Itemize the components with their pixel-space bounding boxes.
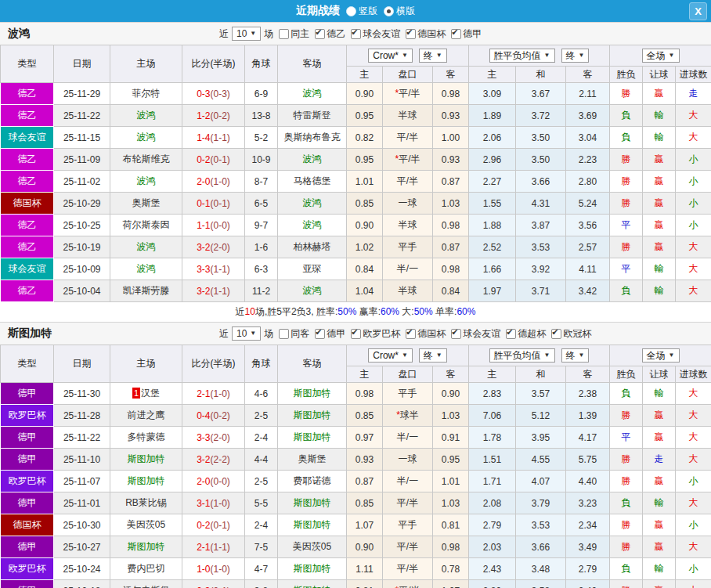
avg-away-odds: 5.24 bbox=[566, 193, 610, 215]
league-checkbox-4[interactable]: 德超杯 bbox=[500, 327, 546, 341]
avg-type-select[interactable]: 胜平负均值▼ bbox=[489, 348, 555, 363]
fulltime-score: 3-1 bbox=[197, 498, 210, 509]
result-goals: 大 bbox=[676, 405, 711, 427]
match-filters: 近10▼场同客德甲欧罗巴杯德国杯球会友谊德超杯欧冠杯 bbox=[219, 323, 591, 345]
checkbox-icon bbox=[451, 29, 461, 39]
avg-final-select[interactable]: 终▼ bbox=[561, 49, 590, 63]
league-checkbox-1[interactable]: 欧罗巴杯 bbox=[345, 327, 400, 341]
avg-draw-odds: 3.71 bbox=[516, 280, 566, 302]
handicap-home-odds: 0.84 bbox=[347, 258, 383, 280]
home-team-name: 布轮斯维克 bbox=[123, 153, 170, 164]
result-goals: 大 bbox=[676, 492, 711, 514]
odds-group-header: Crow*▼终▼ bbox=[347, 45, 469, 67]
layout-option-vertical[interactable]: 竖版 bbox=[346, 5, 377, 18]
league-checkbox-3[interactable]: 德甲 bbox=[446, 27, 482, 41]
result-handicap: 贏 bbox=[643, 427, 676, 449]
odds-final-select[interactable]: 终▼ bbox=[419, 49, 447, 63]
league-checkbox-5[interactable]: 欧冠杯 bbox=[546, 327, 591, 341]
match-date: 25-11-01 bbox=[54, 492, 110, 514]
league-checkbox-3[interactable]: 球会友谊 bbox=[446, 327, 500, 341]
result-wdl: 負 bbox=[610, 105, 643, 127]
scope-select-label: 全场 bbox=[647, 50, 666, 61]
scope-group-header: 全场▼ bbox=[610, 345, 711, 366]
result-handicap: 輸 bbox=[643, 258, 676, 280]
games-label: 场 bbox=[264, 327, 273, 341]
handicap-away-odds: 0.98 bbox=[433, 215, 469, 236]
table-row: 德国杯25-10-30美因茨050-2(0-1)2-4斯图加特1.07平手0.8… bbox=[1, 514, 711, 536]
away-team-name: 斯图加特 bbox=[294, 497, 331, 508]
close-icon[interactable]: X bbox=[689, 2, 707, 20]
result-wdl: 勝 bbox=[610, 536, 643, 558]
layout-option-vertical-label: 竖版 bbox=[359, 5, 377, 18]
corners: 4-4 bbox=[245, 449, 278, 471]
odds-final-select[interactable]: 终▼ bbox=[419, 348, 447, 363]
odds-source-select[interactable]: Crow*▼ bbox=[368, 49, 413, 63]
match-date: 25-10-19 bbox=[54, 236, 110, 258]
same-venue-checkbox[interactable]: 同客 bbox=[273, 327, 309, 341]
score: 0-3(0-1) bbox=[182, 580, 245, 588]
handicap-home-odds: 0.85 bbox=[347, 492, 383, 514]
sub-column-header: 让球 bbox=[643, 67, 676, 83]
home-team-name: RB莱比锡 bbox=[125, 497, 167, 508]
avg-final-select-label: 终 bbox=[566, 350, 576, 361]
score: 2-0(1-0) bbox=[182, 171, 245, 193]
avg-final-select[interactable]: 终▼ bbox=[561, 348, 590, 363]
corners: 5-2 bbox=[245, 127, 278, 149]
avg-type-select[interactable]: 胜平负均值▼ bbox=[489, 49, 555, 63]
fulltime-score: 0-2 bbox=[197, 154, 210, 165]
league-badge: 球会友谊 bbox=[1, 127, 54, 149]
handicap-away-odds: 0.95 bbox=[433, 449, 469, 471]
result-handicap: 贏 bbox=[643, 514, 676, 536]
odds-source-select[interactable]: Crow*▼ bbox=[368, 348, 413, 363]
league-checkbox-2[interactable]: 德国杯 bbox=[400, 327, 446, 341]
league-checkbox-0[interactable]: 德乙 bbox=[309, 27, 345, 41]
layout-option-horizontal-label: 横版 bbox=[396, 5, 415, 18]
handicap-line: 一球 bbox=[383, 193, 433, 215]
checkbox-icon bbox=[351, 329, 361, 339]
corners: 2-4 bbox=[245, 514, 278, 536]
match-count-select[interactable]: 10▼ bbox=[232, 326, 261, 341]
scope-select[interactable]: 全场▼ bbox=[642, 348, 680, 363]
handicap-away-odds: 0.78 bbox=[433, 558, 469, 580]
league-checkbox-2[interactable]: 德国杯 bbox=[400, 27, 446, 41]
match-count-select[interactable]: 10▼ bbox=[232, 27, 261, 41]
league-badge: 德乙 bbox=[1, 171, 54, 193]
column-header: 角球 bbox=[245, 45, 278, 83]
league-checkbox-5-label: 欧冠杯 bbox=[563, 327, 591, 341]
avg-away-odds: 3.49 bbox=[566, 536, 610, 558]
chevron-down-icon: ▼ bbox=[402, 50, 408, 61]
table-row: 球会友谊25-11-15波鸿1-4(1-1)5-2奥斯纳布鲁克0.82平/半1.… bbox=[1, 127, 711, 149]
away-team: 费耶诺德 bbox=[278, 471, 347, 492]
checkbox-icon bbox=[279, 329, 289, 339]
radio-icon bbox=[384, 6, 394, 16]
result-wdl: 勝 bbox=[610, 449, 643, 471]
corners: 2-5 bbox=[245, 471, 278, 492]
near-label: 近 bbox=[219, 27, 229, 41]
home-team-name: 沃尔夫斯堡 bbox=[123, 585, 170, 588]
handicap-line: 平/半 bbox=[383, 492, 433, 514]
same-venue-checkbox[interactable]: 同主 bbox=[273, 27, 309, 41]
handicap-line-text: 平/半 bbox=[397, 132, 418, 142]
recent-results-panel: 近期战绩 竖版 横版 X 波鸿近10▼场同主德乙球会友谊德国杯德甲类型日期主场比… bbox=[0, 0, 711, 588]
result-wdl: 平 bbox=[610, 215, 643, 236]
result-handicap: 輸 bbox=[643, 127, 676, 149]
handicap-line-text: 一球 bbox=[399, 197, 417, 208]
sub-column-header: 和 bbox=[516, 366, 566, 383]
avg-away-odds: 2.57 bbox=[566, 236, 610, 258]
layout-option-horizontal[interactable]: 横版 bbox=[384, 5, 415, 18]
league-badge: 德甲 bbox=[1, 580, 54, 588]
league-badge: 德甲 bbox=[1, 383, 54, 405]
home-team-name: 波鸿 bbox=[137, 263, 156, 274]
home-team: 多特蒙德 bbox=[110, 427, 182, 449]
score: 1-0(1-0) bbox=[182, 558, 245, 580]
result-wdl: 負 bbox=[610, 280, 643, 302]
away-team: 斯图加特 bbox=[278, 405, 347, 427]
avg-draw-odds: 3.72 bbox=[516, 105, 566, 127]
summary-part: 50% bbox=[337, 306, 356, 317]
scope-select[interactable]: 全场▼ bbox=[642, 49, 680, 63]
league-checkbox-0[interactable]: 德甲 bbox=[309, 327, 345, 341]
league-checkbox-1[interactable]: 球会友谊 bbox=[345, 27, 400, 41]
avg-away-odds: 2.40 bbox=[566, 580, 610, 588]
match-date: 25-10-27 bbox=[54, 536, 110, 558]
home-team-name: 荷尔斯泰因 bbox=[123, 219, 170, 230]
